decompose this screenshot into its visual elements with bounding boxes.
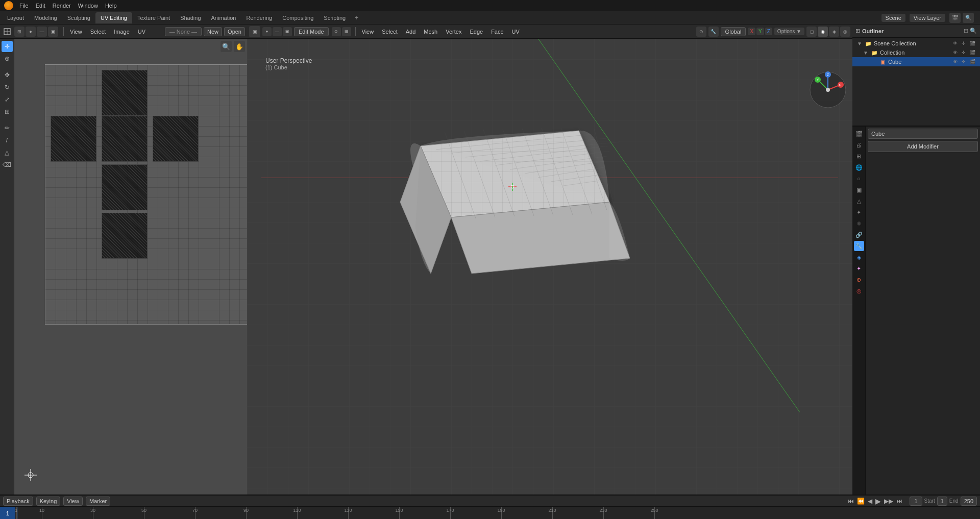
uv-menu-uv[interactable]: UV: [135, 28, 149, 36]
props-physics-icon[interactable]: ⚛: [854, 218, 864, 229]
uv-open-button[interactable]: Open: [224, 27, 245, 36]
tl-view-btn[interactable]: View: [63, 497, 83, 506]
outliner-row-scene-collection[interactable]: ▼ 📁 Scene Collection 👁 ✛ 🎬: [852, 39, 980, 48]
vp-wireframe-btn[interactable]: ◻: [806, 27, 817, 37]
vp-edit-mode-dropdown[interactable]: Edit Mode: [294, 27, 329, 36]
uv-tool-transform[interactable]: ⊞: [2, 106, 13, 117]
eye-icon-2[interactable]: 👁: [951, 58, 959, 65]
uv-vertex-icon[interactable]: ●: [26, 27, 36, 37]
uv-canvas[interactable]: 🔍 ✋: [14, 39, 247, 495]
props-constraints2-icon[interactable]: ⊕: [854, 275, 864, 285]
menu-file[interactable]: File: [16, 2, 32, 10]
props-mesh-icon[interactable]: △: [854, 196, 864, 206]
view-layer-selector[interactable]: View Layer: [910, 14, 945, 22]
vp-menu-add[interactable]: Add: [403, 28, 419, 36]
navigation-gizmo[interactable]: X Y Z: [807, 69, 848, 110]
tab-animation[interactable]: Animation: [206, 12, 241, 23]
uv-edge-icon[interactable]: —: [37, 27, 47, 37]
expand-collection[interactable]: ▼: [863, 50, 869, 56]
search-icon[interactable]: 🔍: [963, 13, 974, 23]
tl-prev-btn[interactable]: ◀: [868, 498, 872, 505]
props-particles2-icon[interactable]: ✦: [854, 263, 864, 274]
vp-x-axis[interactable]: X: [748, 28, 755, 35]
uv-tool-scale[interactable]: ⤢: [2, 94, 13, 105]
cursor-icon-0[interactable]: ✛: [960, 40, 967, 47]
tab-compositing[interactable]: Compositing: [277, 12, 318, 23]
vp-mode-icon[interactable]: ▣: [249, 26, 260, 37]
vp-menu-vertex[interactable]: Vertex: [443, 28, 464, 36]
tab-texture-paint[interactable]: Texture Paint: [132, 12, 175, 23]
vp-solid-btn[interactable]: ◉: [818, 27, 828, 37]
camera-icon-0[interactable]: 🎬: [969, 40, 976, 47]
tl-marker-btn[interactable]: Marker: [86, 497, 110, 506]
uv-tool-select[interactable]: ✛: [2, 41, 13, 52]
uv-tool-cursor[interactable]: ⊕: [2, 53, 13, 64]
tab-uv-editing[interactable]: UV Editing: [95, 12, 132, 23]
eye-icon-0[interactable]: 👁: [951, 40, 959, 47]
outliner-search-icon[interactable]: 🔍: [970, 28, 977, 34]
vp-menu-select[interactable]: Select: [379, 28, 401, 36]
tab-modeling[interactable]: Modeling: [29, 12, 62, 23]
add-workspace-button[interactable]: +: [351, 13, 362, 23]
object-name-field[interactable]: Cube: [868, 129, 978, 139]
uv-new-button[interactable]: New: [204, 27, 222, 36]
cursor-icon-2[interactable]: ✛: [960, 58, 967, 65]
tl-jump-end-btn[interactable]: ⏭: [896, 498, 902, 505]
eye-icon-1[interactable]: 👁: [951, 49, 959, 56]
uv-hand-icon[interactable]: ✋: [234, 41, 245, 52]
vp-snap-icon[interactable]: 🔧: [708, 27, 719, 37]
props-world-icon[interactable]: ○: [854, 174, 864, 184]
tab-shading[interactable]: Shading: [175, 12, 206, 23]
camera-icon-2[interactable]: 🎬: [969, 58, 976, 65]
tab-sculpting[interactable]: Sculpting: [62, 12, 95, 23]
blender-logo-icon[interactable]: [4, 1, 13, 10]
menu-render[interactable]: Render: [50, 2, 74, 10]
props-data-icon[interactable]: ◎: [854, 286, 864, 296]
props-view-layer-icon[interactable]: ⊞: [854, 151, 864, 161]
vp-options-btn[interactable]: Options ▼: [774, 28, 804, 35]
vp-vertices-icon[interactable]: ●: [262, 27, 272, 36]
tab-rendering[interactable]: Rendering: [241, 12, 277, 23]
props-modifiers-icon[interactable]: 🔧: [854, 241, 864, 251]
uv-image-none[interactable]: — None —: [165, 27, 202, 36]
outliner-row-cube[interactable]: ▶ ▣ Cube 👁 ✛ 🎬: [852, 57, 980, 66]
vp-edges-icon[interactable]: —: [273, 27, 282, 36]
camera-icon-1[interactable]: 🎬: [969, 49, 976, 56]
props-constraints-icon[interactable]: 🔗: [854, 230, 864, 240]
tl-jump-start-btn[interactable]: ⏮: [848, 498, 854, 505]
vp-z-axis[interactable]: Z: [765, 28, 772, 35]
uv-tool-annotate-poly[interactable]: △: [2, 147, 13, 158]
scene-selector[interactable]: Scene: [881, 14, 905, 22]
uv-menu-view[interactable]: View: [67, 28, 85, 36]
tl-play-btn[interactable]: ▶: [875, 497, 881, 505]
props-object-icon[interactable]: ▣: [854, 185, 864, 195]
vp-menu-uv[interactable]: UV: [509, 28, 523, 36]
menu-window[interactable]: Window: [75, 2, 101, 10]
props-scene-icon[interactable]: 🌐: [854, 162, 864, 172]
vp-viewport-icon[interactable]: ▦: [342, 27, 351, 36]
vp-proportional-icon[interactable]: ⊙: [696, 27, 706, 37]
uv-tool-rotate[interactable]: ↻: [2, 82, 13, 93]
vp-render-btn[interactable]: ◎: [840, 27, 850, 37]
uv-tool-annotate-erase[interactable]: ⌫: [2, 159, 13, 170]
tl-keying-btn[interactable]: Keying: [36, 497, 61, 506]
tab-layout[interactable]: Layout: [2, 12, 29, 23]
vp-transform-orientation[interactable]: Global: [721, 27, 746, 36]
uv-sync-icon[interactable]: ⊞: [14, 27, 24, 37]
vp-y-axis[interactable]: Y: [756, 28, 764, 35]
vp-overlay-icon[interactable]: ⊙: [332, 27, 341, 36]
tl-prev-frame-btn[interactable]: ⏪: [857, 498, 865, 505]
props-output-icon[interactable]: 🖨: [854, 140, 864, 150]
timeline-ruler[interactable]: 1 10 30 50 70 90 110 130 150 170 190 210…: [15, 507, 980, 519]
menu-help[interactable]: Help: [102, 2, 120, 10]
vp-menu-mesh[interactable]: Mesh: [421, 28, 440, 36]
add-modifier-button[interactable]: Add Modifier: [868, 141, 978, 152]
uv-mode-icon[interactable]: [2, 27, 12, 37]
start-frame-field[interactable]: 1: [937, 497, 947, 506]
menu-edit[interactable]: Edit: [33, 2, 48, 10]
uv-zoom-icon[interactable]: 🔍: [220, 41, 232, 52]
uv-menu-select[interactable]: Select: [87, 28, 109, 36]
viewport-background[interactable]: User Perspective (1) Cube: [247, 39, 852, 495]
tl-next-btn[interactable]: ▶▶: [884, 498, 893, 505]
outliner-row-collection[interactable]: ▼ 📁 Collection 👁 ✛ 🎬: [852, 48, 980, 57]
